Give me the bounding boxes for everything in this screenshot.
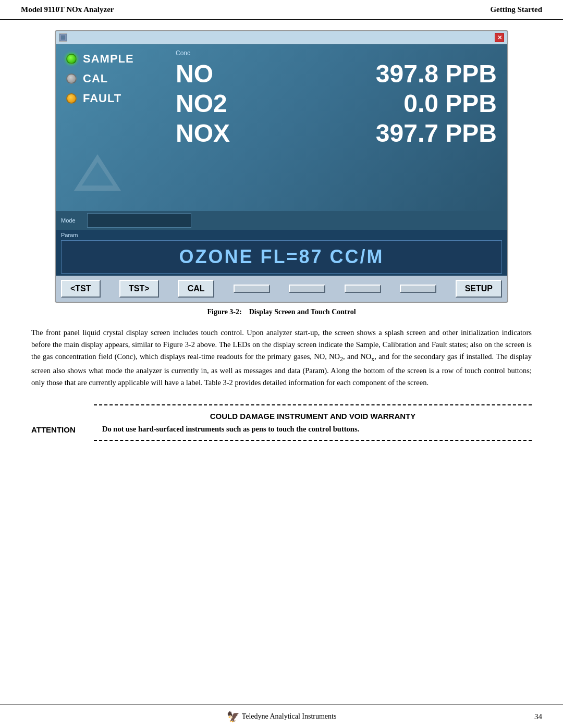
ozone-text: OZONE FL=87 CC/M — [179, 246, 384, 267]
param-header: Param — [61, 232, 502, 238]
figure-caption: Figure 3-2: Display Screen and Touch Con… — [31, 308, 532, 316]
gas-row-nox: NOX 397.7 PPB — [176, 119, 497, 147]
ozone-display: OZONE FL=87 CC/M — [61, 240, 502, 274]
button-row: <TST TST> CAL SETUP — [56, 276, 507, 302]
svg-rect-0 — [60, 34, 66, 41]
gas-row-no: NO 397.8 PPB — [176, 59, 497, 88]
company-name: Teledyne Analytical Instruments — [242, 712, 337, 721]
page-number: 34 — [534, 712, 542, 721]
led-sample-indicator — [66, 54, 77, 64]
window-icon — [59, 33, 67, 42]
gas-nox-value: 397.7 PPB — [376, 119, 497, 147]
company-logo: 🦅 Teledyne Analytical Instruments — [227, 710, 337, 723]
header-left: Model 9110T NOx Analyzer — [21, 5, 114, 14]
header-right: Getting Started — [490, 5, 542, 14]
setup-button[interactable]: SETUP — [456, 280, 502, 298]
attention-title: COULD DAMAGE INSTRUMENT AND VOID WARRANT… — [102, 412, 523, 421]
attention-body: Do not use hard-surfaced instruments suc… — [102, 425, 523, 434]
led-fault: FAULT — [66, 92, 160, 105]
gas-no-name: NO — [176, 59, 259, 88]
mode-value-box — [87, 213, 191, 228]
page-footer: 🦅 Teledyne Analytical Instruments 34 — [0, 705, 563, 728]
tst-next-button[interactable]: TST> — [119, 280, 159, 298]
led-fault-indicator — [66, 93, 77, 104]
attention-box: COULD DAMAGE INSTRUMENT AND VOID WARRANT… — [94, 404, 532, 441]
page-header: Model 9110T NOx Analyzer Getting Started — [0, 0, 563, 20]
gas-no-value: 397.8 PPB — [376, 59, 497, 88]
body-paragraph: The front panel liquid crystal display s… — [31, 327, 532, 389]
window-titlebar: ✕ — [56, 31, 507, 44]
led-fault-label: FAULT — [83, 92, 121, 105]
display-screenshot: ✕ SAMPLE CAL FAULT — [55, 30, 508, 303]
watermark-arrow — [71, 152, 124, 195]
attention-container: ATTENTION COULD DAMAGE INSTRUMENT AND VO… — [31, 404, 532, 441]
logo-icon: 🦅 — [227, 710, 240, 723]
page-content: ✕ SAMPLE CAL FAULT — [0, 20, 563, 488]
gas-no2-value: 0.0 PPB — [403, 89, 497, 118]
gas-nox-name: NOX — [176, 119, 259, 147]
led-sample-label: SAMPLE — [83, 52, 134, 66]
conc-panel: Conc NO 397.8 PPB NO2 0.0 PPB NOX 397.7 … — [170, 44, 507, 211]
empty-button-2[interactable] — [289, 285, 325, 293]
mode-section: Mode — [56, 211, 507, 230]
gas-row-no2: NO2 0.0 PPB — [176, 89, 497, 118]
empty-button-1[interactable] — [234, 285, 270, 293]
conc-header-label: Conc — [176, 50, 497, 57]
left-panel: SAMPLE CAL FAULT — [56, 44, 170, 211]
attention-label: ATTENTION — [31, 404, 94, 441]
led-sample: SAMPLE — [66, 52, 160, 66]
empty-button-4[interactable] — [400, 285, 436, 293]
close-button[interactable]: ✕ — [495, 33, 504, 42]
led-cal-label: CAL — [83, 72, 108, 85]
param-label: Param — [61, 232, 78, 238]
cal-button[interactable]: CAL — [178, 280, 214, 298]
led-cal-indicator — [66, 73, 77, 84]
figure-caption-text: Display Screen and Touch Control — [249, 308, 356, 316]
gas-no2-name: NO2 — [176, 89, 259, 118]
figure-number: Figure 3-2: — [207, 308, 241, 316]
led-cal: CAL — [66, 72, 160, 85]
tst-prev-button[interactable]: <TST — [61, 280, 101, 298]
mode-label: Mode — [61, 217, 82, 224]
empty-button-3[interactable] — [345, 285, 381, 293]
param-section: Param OZONE FL=87 CC/M — [56, 230, 507, 276]
display-main-area: SAMPLE CAL FAULT — [56, 44, 507, 211]
